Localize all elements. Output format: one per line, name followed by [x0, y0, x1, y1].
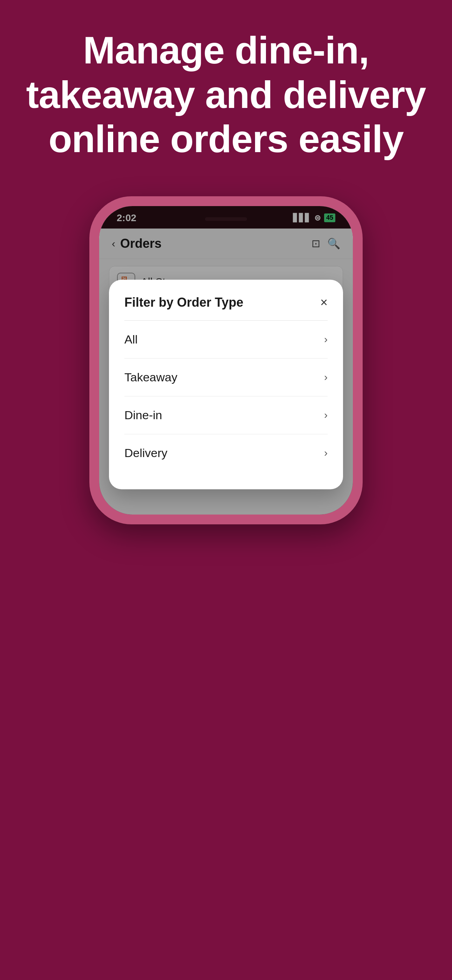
modal-item-dine-in[interactable]: Dine-in › [124, 396, 328, 434]
phone-mockup: 2:02 ▋▋▋ ⊜ 45 ‹ Orders ⊡ 🔍 [89, 196, 363, 524]
modal-item-takeaway-chevron: › [324, 371, 328, 383]
modal-item-all-chevron: › [324, 333, 328, 345]
modal-item-delivery-label: Delivery [124, 446, 167, 460]
hero-title: Manage dine-in, takeaway and delivery on… [21, 28, 431, 161]
modal-header: Filter by Order Type × [124, 295, 328, 310]
modal-title: Filter by Order Type [124, 295, 243, 310]
filter-modal: Filter by Order Type × All › Takeaway › [109, 280, 343, 489]
modal-item-delivery[interactable]: Delivery › [124, 434, 328, 472]
close-icon[interactable]: × [320, 295, 328, 310]
phone-screen: 2:02 ▋▋▋ ⊜ 45 ‹ Orders ⊡ 🔍 [99, 206, 353, 514]
phone-inner: 2:02 ▋▋▋ ⊜ 45 ‹ Orders ⊡ 🔍 [99, 206, 353, 514]
modal-item-all[interactable]: All › [124, 321, 328, 359]
modal-item-takeaway[interactable]: Takeaway › [124, 359, 328, 396]
phone-shell: 2:02 ▋▋▋ ⊜ 45 ‹ Orders ⊡ 🔍 [89, 196, 363, 524]
modal-item-all-label: All [124, 332, 138, 346]
modal-item-dine-in-label: Dine-in [124, 408, 162, 422]
modal-item-dine-in-chevron: › [324, 409, 328, 421]
hero-section: Manage dine-in, takeaway and delivery on… [0, 0, 452, 182]
modal-item-takeaway-label: Takeaway [124, 371, 177, 384]
modal-item-delivery-chevron: › [324, 447, 328, 459]
